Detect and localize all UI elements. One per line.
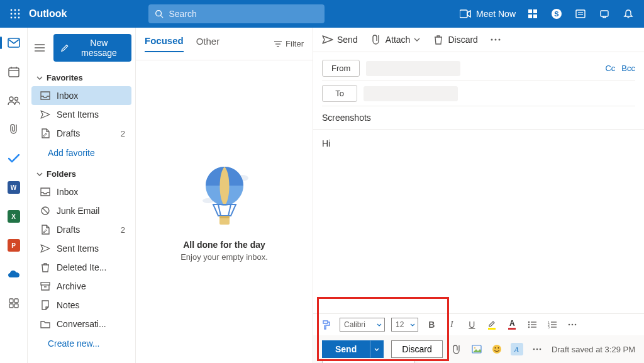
skype-icon[interactable]: S: [550, 7, 564, 21]
italic-button[interactable]: I: [445, 318, 458, 332]
nav-item-junk-email[interactable]: Junk Email: [31, 201, 131, 220]
svg-line-46: [228, 204, 231, 216]
svg-text:S: S: [554, 10, 558, 18]
body-editor[interactable]: Hi: [313, 130, 644, 313]
send-button[interactable]: Send: [322, 340, 370, 358]
nav-item-label: Sent Items: [57, 109, 99, 120]
insert-picture-icon[interactable]: [470, 343, 483, 355]
underline-button[interactable]: U: [465, 318, 479, 332]
svg-point-4: [14, 13, 16, 15]
svg-point-64: [569, 324, 570, 326]
svg-line-10: [161, 16, 164, 18]
nav-item-label: Conversati...: [57, 319, 106, 329]
nav-item-drafts[interactable]: Drafts2: [31, 124, 131, 143]
rail-calendar-icon[interactable]: [5, 63, 23, 81]
rail-files-icon[interactable]: [5, 121, 23, 138]
add-favorite-link[interactable]: Add favorite: [31, 143, 131, 163]
rail-more-apps-icon[interactable]: [5, 294, 23, 312]
nav-item-conversati-[interactable]: Conversati...: [31, 315, 131, 333]
format-painter-icon[interactable]: [319, 318, 333, 332]
svg-point-5: [18, 13, 20, 15]
rail-word-icon[interactable]: W: [5, 179, 23, 196]
message-list-pane: Focused Other Filter: [136, 28, 313, 363]
nav-item-deleted-ite-[interactable]: Deleted Ite...: [31, 258, 131, 277]
from-button[interactable]: From: [322, 60, 360, 77]
balloon-illustration-icon: [193, 162, 256, 231]
attach-icon: [370, 34, 382, 45]
to-row: To: [322, 81, 635, 106]
more-options-icon[interactable]: [531, 343, 543, 355]
nav-item-archive[interactable]: Archive: [31, 277, 131, 296]
svg-point-1: [14, 9, 16, 11]
rail-mail-icon[interactable]: [5, 34, 23, 52]
rail-todo-icon[interactable]: [5, 150, 23, 167]
attach-inline-icon[interactable]: [450, 343, 463, 355]
bullet-list-button[interactable]: [525, 318, 539, 332]
svg-line-38: [43, 208, 48, 214]
tips-icon[interactable]: [597, 7, 611, 21]
svg-point-56: [528, 327, 530, 328]
svg-point-9: [156, 11, 162, 16]
send-dropdown-button[interactable]: [370, 340, 384, 358]
folders-header[interactable]: Folders: [31, 163, 131, 182]
svg-point-52: [528, 321, 530, 323]
search-input[interactable]: Search: [148, 4, 325, 23]
discard-button[interactable]: Discard: [391, 340, 442, 358]
meet-now-button[interactable]: Meet Now: [460, 9, 516, 19]
font-size-value: 12: [392, 320, 408, 329]
left-rail: W X P: [0, 28, 28, 363]
svg-text:A: A: [514, 345, 519, 353]
send-icon: [322, 34, 333, 45]
from-value[interactable]: [366, 61, 460, 76]
create-new-folder-link[interactable]: Create new...: [31, 333, 131, 354]
collapse-nav-icon[interactable]: [31, 39, 47, 57]
nav-item-inbox[interactable]: Inbox: [31, 182, 131, 201]
rail-people-icon[interactable]: [5, 92, 23, 109]
to-button[interactable]: To: [322, 85, 357, 102]
bold-button[interactable]: B: [425, 318, 438, 332]
tab-focused[interactable]: Focused: [145, 35, 184, 52]
toggle-format-icon[interactable]: A: [511, 343, 523, 355]
subject-field[interactable]: Screenshots: [313, 106, 644, 130]
font-select[interactable]: Calibri: [340, 318, 385, 332]
cmd-discard[interactable]: Discard: [433, 34, 477, 45]
highlight-button[interactable]: [485, 318, 499, 332]
app-launcher-icon[interactable]: [5, 4, 25, 24]
rail-powerpoint-icon[interactable]: P: [5, 237, 23, 254]
cmd-send[interactable]: Send: [322, 34, 358, 45]
svg-point-51: [498, 39, 500, 41]
rail-onedrive-icon[interactable]: [5, 265, 23, 283]
new-message-button[interactable]: New message: [53, 34, 131, 62]
nav-item-sent-items[interactable]: Sent Items: [31, 105, 131, 124]
nav-item-count: 2: [121, 225, 125, 235]
notifications-icon[interactable]: [621, 7, 635, 21]
nav-item-sent-items[interactable]: Sent Items: [31, 239, 131, 258]
favorites-header[interactable]: Favorites: [31, 67, 131, 86]
send-bar: Send Discard A: [313, 335, 644, 363]
bcc-link[interactable]: Bcc: [621, 64, 635, 73]
font-size-select[interactable]: 12: [391, 318, 418, 332]
insert-emoji-icon[interactable]: [491, 343, 503, 355]
teams-icon[interactable]: [526, 7, 540, 21]
send-dropdown-menu: Send Send later: [322, 360, 415, 363]
svg-text:3: 3: [548, 325, 550, 328]
nav-item-drafts[interactable]: Drafts2: [31, 220, 131, 239]
svg-point-49: [491, 39, 492, 41]
more-format-button[interactable]: [565, 318, 579, 332]
filter-button[interactable]: Filter: [274, 39, 304, 48]
nav-item-notes[interactable]: Notes: [31, 296, 131, 315]
rail-excel-icon[interactable]: X: [5, 208, 23, 225]
news-icon[interactable]: [574, 7, 587, 21]
cc-link[interactable]: Cc: [605, 64, 615, 73]
font-color-button[interactable]: A: [505, 318, 519, 332]
svg-rect-12: [528, 9, 532, 13]
svg-point-71: [497, 347, 499, 349]
svg-point-8: [18, 17, 20, 19]
nav-item-inbox[interactable]: Inbox: [31, 86, 131, 105]
to-value[interactable]: [364, 86, 458, 101]
cmd-more[interactable]: [491, 38, 501, 41]
numbered-list-button[interactable]: 123: [545, 318, 559, 332]
tab-other[interactable]: Other: [196, 36, 220, 52]
svg-point-70: [494, 347, 496, 349]
cmd-attach[interactable]: Attach: [370, 34, 421, 45]
